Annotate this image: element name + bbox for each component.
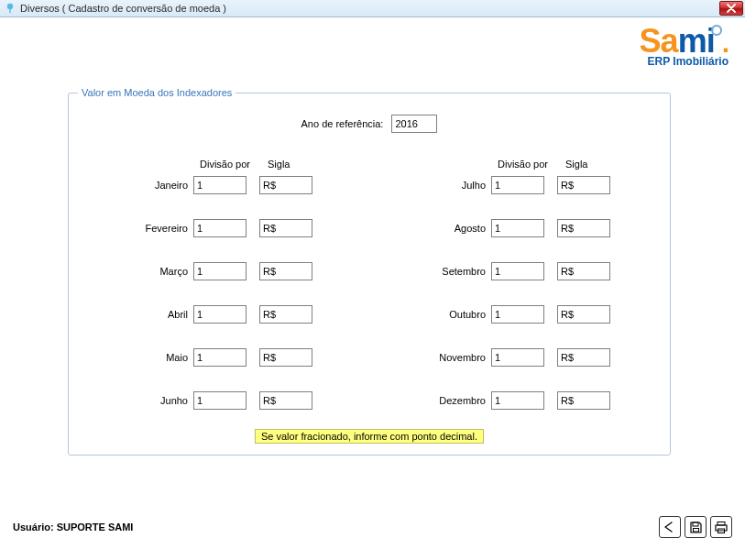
month-label: Janeiro (69, 180, 193, 191)
marco-divisao-input[interactable] (193, 262, 247, 280)
janeiro-divisao-input[interactable] (193, 176, 247, 194)
fevereiro-sigla-input[interactable] (259, 219, 312, 237)
ano-referencia-label: Ano de referência: (301, 118, 384, 129)
close-button[interactable] (719, 1, 743, 16)
dezembro-sigla-input[interactable] (557, 391, 610, 410)
julho-divisao-input[interactable] (491, 176, 544, 194)
month-label: Fevereiro (69, 223, 193, 234)
junho-divisao-input[interactable] (193, 391, 247, 410)
month-label: Dezembro (369, 395, 491, 406)
junho-sigla-input[interactable] (259, 391, 312, 410)
month-label: Abril (69, 309, 193, 320)
titlebar: Diversos ( Cadastro de conversão de moed… (0, 0, 745, 17)
maio-sigla-input[interactable] (259, 348, 312, 367)
header-divisao-left: Divisão por (200, 159, 250, 170)
group-legend: Valor em Moeda dos Indexadores (78, 87, 236, 98)
month-label: Agosto (369, 223, 491, 234)
month-label: Novembro (369, 352, 491, 363)
month-label: Outubro (369, 309, 491, 320)
svg-rect-3 (693, 528, 698, 532)
indexadores-group: Valor em Moeda dos Indexadores Ano de re… (68, 87, 671, 456)
month-label: Setembro (369, 266, 491, 277)
month-label: Junho (69, 395, 193, 406)
month-label: Maio (69, 352, 193, 363)
agosto-sigla-input[interactable] (557, 219, 610, 237)
abril-divisao-input[interactable] (193, 305, 247, 324)
novembro-divisao-input[interactable] (491, 348, 544, 367)
julho-sigla-input[interactable] (557, 176, 610, 194)
novembro-sigla-input[interactable] (557, 348, 610, 367)
outubro-divisao-input[interactable] (491, 305, 544, 324)
svg-rect-1 (9, 8, 10, 13)
outubro-sigla-input[interactable] (557, 305, 610, 324)
print-icon (714, 521, 729, 534)
setembro-sigla-input[interactable] (557, 262, 610, 280)
setembro-divisao-input[interactable] (491, 262, 544, 280)
window-title: Diversos ( Cadastro de conversão de moed… (20, 3, 226, 14)
save-button[interactable] (685, 516, 707, 538)
user-name: SUPORTE SAMI (57, 522, 134, 533)
brand-logo: Sami. ERP Imobiliário (640, 25, 729, 67)
fevereiro-divisao-input[interactable] (193, 219, 247, 237)
month-label: Julho (369, 180, 491, 191)
header-divisao-right: Divisão por (498, 159, 548, 170)
marco-sigla-input[interactable] (259, 262, 312, 280)
back-icon (663, 521, 677, 533)
footer-user: Usuário: SUPORTE SAMI (13, 522, 133, 533)
back-button[interactable] (659, 516, 681, 538)
print-button[interactable] (710, 516, 732, 538)
app-icon (4, 2, 16, 15)
save-icon (689, 521, 703, 534)
ano-referencia-input[interactable] (391, 115, 437, 133)
month-label: Março (69, 266, 193, 277)
maio-divisao-input[interactable] (193, 348, 247, 367)
brand-subtitle: ERP Imobiliário (640, 56, 729, 67)
janeiro-sigla-input[interactable] (259, 176, 312, 194)
user-label: Usuário: (13, 522, 54, 533)
agosto-divisao-input[interactable] (491, 219, 544, 237)
abril-sigla-input[interactable] (259, 305, 312, 324)
dezembro-divisao-input[interactable] (491, 391, 544, 410)
header-sigla-right: Sigla (565, 159, 587, 170)
header-sigla-left: Sigla (268, 159, 290, 170)
hint-text: Se valor fracionado, informe com ponto d… (255, 429, 484, 444)
